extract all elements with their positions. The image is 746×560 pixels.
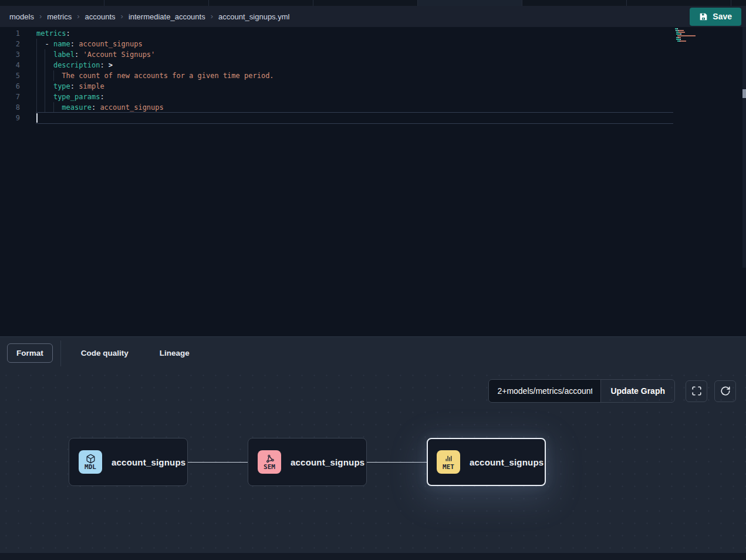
indent-guide — [45, 70, 45, 81]
editor-scrollbar[interactable] — [742, 27, 746, 268]
editor-line: 1metrics: — [0, 28, 746, 39]
minimap-line — [675, 35, 713, 36]
minimap-line — [675, 42, 713, 43]
panel-tab-row: Format Code quality Lineage — [0, 337, 746, 369]
breadcrumb-item[interactable]: intermediate_accounts — [129, 12, 205, 21]
lineage-selector-input[interactable] — [488, 379, 601, 403]
code-token — [36, 103, 62, 112]
file-tab-top[interactable] — [313, 0, 418, 6]
line-number: 1 — [0, 28, 27, 39]
indent-guide — [36, 70, 37, 81]
code-token: : — [70, 40, 75, 48]
tab-code-quality[interactable]: Code quality — [81, 343, 129, 363]
minimap-line — [675, 41, 713, 42]
minimap[interactable] — [675, 28, 713, 44]
indent-guide — [36, 92, 37, 102]
breadcrumb-separator-icon: › — [121, 12, 123, 21]
lineage-node-mdl[interactable]: MDLaccount_signups — [69, 438, 188, 486]
minimap-segment — [676, 39, 680, 40]
scrollbar-thumb[interactable] — [742, 89, 746, 98]
code-token: > — [104, 61, 113, 69]
breadcrumb-item[interactable]: accounts — [85, 12, 116, 21]
lineage-node-met[interactable]: METaccount_signups — [427, 438, 546, 486]
node-type-label: SEM — [264, 464, 275, 471]
editor-line: 9 — [0, 113, 746, 123]
line-content: type_params: — [27, 92, 104, 102]
breadcrumb: models›metrics›accounts›intermediate_acc… — [9, 12, 690, 21]
code-token: 'Account Signups' — [79, 50, 155, 59]
code-token: : — [100, 93, 104, 101]
indent-guide — [53, 70, 54, 81]
minimap-line — [675, 32, 713, 33]
line-number: 7 — [0, 92, 27, 102]
minimap-segment — [676, 33, 680, 35]
code-token: account_signups — [96, 103, 164, 112]
lineage-node-sem[interactable]: SEMaccount_signups — [248, 438, 367, 486]
indent-guide — [45, 49, 45, 60]
code-token: label — [53, 50, 75, 59]
editor-line: 4 description: > — [0, 60, 746, 70]
file-tab-top[interactable] — [522, 0, 627, 6]
code-token — [36, 72, 62, 80]
fullscreen-icon — [691, 386, 702, 396]
node-name-label: account_signups — [291, 457, 364, 467]
breadcrumb-item[interactable]: metrics — [47, 12, 72, 21]
file-tab-top — [731, 0, 746, 6]
minimap-line — [675, 39, 713, 40]
refresh-icon — [720, 386, 731, 396]
breadcrumb-item[interactable]: models — [9, 12, 34, 21]
line-content: type: simple — [27, 81, 104, 92]
line-number: 2 — [0, 39, 27, 49]
line-number: 5 — [0, 70, 27, 81]
save-button[interactable]: Save — [690, 8, 741, 26]
file-tab-top[interactable] — [418, 0, 522, 6]
node-type-label: MDL — [85, 464, 96, 471]
semantic-model-icon — [265, 454, 275, 464]
fullscreen-button[interactable] — [686, 380, 707, 402]
ide-window: models›metrics›accounts›intermediate_acc… — [0, 0, 746, 560]
code-token — [36, 40, 45, 48]
minimap-segment — [679, 30, 684, 31]
lineage-edge — [367, 462, 427, 463]
code-editor[interactable]: 1metrics:2 - name: account_signups3 labe… — [0, 27, 746, 336]
breadcrumb-separator-icon: › — [39, 12, 42, 21]
line-content: measure: account_signups — [27, 102, 164, 113]
line-content: The count of new accounts for a given ti… — [27, 70, 274, 81]
minimap-segment — [680, 41, 686, 42]
indent-guide — [36, 81, 37, 92]
line-number: 3 — [0, 49, 27, 60]
indent-guide — [53, 102, 54, 113]
tab-lineage[interactable]: Lineage — [160, 343, 190, 363]
minimap-line — [675, 28, 713, 29]
editor-line: 2 - name: account_signups — [0, 39, 746, 49]
lineage-canvas[interactable]: Update Graph — [0, 369, 746, 553]
format-button[interactable]: Format — [7, 343, 53, 363]
minimap-segment — [679, 37, 681, 38]
indent-guide — [36, 49, 37, 60]
lineage-edge — [188, 462, 248, 463]
indent-guide — [45, 81, 45, 92]
canvas-bottom-strip — [0, 553, 746, 560]
breadcrumb-bar: models›metrics›accounts›intermediate_acc… — [0, 6, 746, 27]
editor-line: 7 type_params: — [0, 92, 746, 102]
current-line-highlight — [36, 112, 673, 124]
code-token: - — [45, 40, 53, 48]
indent-guide — [36, 102, 37, 113]
line-content — [27, 113, 36, 123]
code-token: type — [53, 82, 70, 90]
line-number: 6 — [0, 81, 27, 92]
minimap-segment — [680, 39, 681, 40]
file-tab-top[interactable] — [627, 0, 731, 6]
node-type-label: MET — [443, 464, 454, 471]
breadcrumb-item[interactable]: account_signups.yml — [218, 12, 289, 21]
refresh-button[interactable] — [714, 380, 736, 402]
file-tab-top[interactable] — [104, 0, 209, 6]
line-number: 8 — [0, 102, 27, 113]
minimap-segment — [681, 33, 681, 35]
editor-line: 3 label: 'Account Signups' — [0, 49, 746, 60]
update-graph-button[interactable]: Update Graph — [600, 379, 675, 403]
code-token: : — [100, 61, 104, 69]
indent-guide — [36, 39, 37, 49]
file-tab-top[interactable] — [0, 0, 104, 6]
file-tab-top[interactable] — [209, 0, 313, 6]
